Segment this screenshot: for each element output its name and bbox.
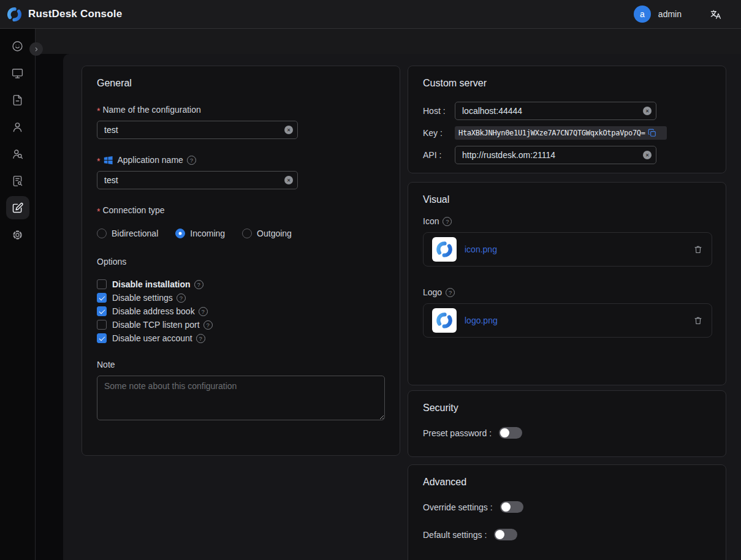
checkbox-box[interactable] bbox=[97, 306, 107, 316]
sidebar-item-groups[interactable] bbox=[0, 140, 36, 167]
general-panel: General * Name of the configuration ✕ * … bbox=[82, 66, 400, 456]
config-name-input-wrap: ✕ bbox=[97, 121, 298, 139]
advanced-title: Advanced bbox=[423, 465, 711, 488]
checkbox-disable-tcp-listen-port[interactable]: Disable TCP listen port ? bbox=[97, 318, 385, 331]
rustdesk-logo-icon bbox=[6, 6, 23, 23]
sidebar-item-address-books[interactable] bbox=[0, 167, 36, 194]
host-input[interactable] bbox=[455, 102, 656, 119]
host-label: Host : bbox=[423, 106, 455, 116]
language-switch-icon[interactable] bbox=[710, 9, 721, 20]
config-name-input[interactable] bbox=[97, 121, 297, 138]
clear-icon[interactable]: ✕ bbox=[284, 176, 293, 184]
general-title: General bbox=[97, 66, 385, 89]
radio-dot[interactable] bbox=[175, 229, 185, 238]
radio-outgoing[interactable]: Outgoing bbox=[242, 229, 292, 238]
help-icon[interactable]: ? bbox=[446, 288, 455, 297]
help-icon[interactable]: ? bbox=[199, 307, 208, 316]
key-label: Key : bbox=[423, 128, 455, 138]
custom-server-title: Custom server bbox=[423, 66, 711, 89]
icon-label: Icon ? bbox=[423, 216, 711, 226]
checkbox-disable-user-account[interactable]: Disable user account ? bbox=[97, 331, 385, 345]
default-settings-label: Default settings : bbox=[423, 530, 487, 540]
override-settings-label: Override settings : bbox=[423, 502, 493, 512]
security-panel: Security Preset password : bbox=[408, 390, 726, 457]
security-title: Security bbox=[423, 391, 711, 414]
clear-icon[interactable]: ✕ bbox=[643, 151, 652, 159]
top-header: RustDesk Console a admin bbox=[0, 0, 741, 29]
sidebar-nav bbox=[0, 29, 36, 560]
checkbox-label: Disable address book bbox=[112, 306, 195, 316]
radio-label: Bidirectional bbox=[112, 229, 158, 238]
user-avatar[interactable]: a bbox=[634, 6, 651, 23]
app-name-input-wrap: ✕ bbox=[97, 171, 298, 189]
required-mark: * bbox=[97, 106, 100, 116]
visual-title: Visual bbox=[423, 183, 711, 205]
radio-dot[interactable] bbox=[97, 229, 107, 238]
icon-file-link[interactable]: icon.png bbox=[465, 244, 497, 254]
override-settings-toggle[interactable] bbox=[500, 501, 523, 513]
checkbox-disable-settings[interactable]: Disable settings ? bbox=[97, 291, 385, 305]
radio-incoming[interactable]: Incoming bbox=[175, 229, 225, 238]
server-key-value: HtaXBkJNHyn0e1U1jWXze7A7CN7QTGWqxkOtpaVp… bbox=[458, 129, 645, 137]
help-icon[interactable]: ? bbox=[203, 320, 213, 330]
host-row: Host : ✕ bbox=[423, 102, 711, 120]
required-mark: * bbox=[97, 206, 100, 216]
advanced-panel: Advanced Override settings : Default set… bbox=[408, 464, 726, 560]
app-title: RustDesk Console bbox=[28, 8, 122, 20]
trash-icon[interactable] bbox=[693, 316, 703, 325]
server-key-chip: HtaXBkJNHyn0e1U1jWXze7A7CN7QTGWqxkOtpaVp… bbox=[455, 126, 667, 140]
key-row: Key : HtaXBkJNHyn0e1U1jWXze7A7CN7QTGWqxk… bbox=[423, 126, 711, 140]
help-icon[interactable]: ? bbox=[443, 217, 452, 226]
radio-bidirectional[interactable]: Bidirectional bbox=[97, 229, 158, 238]
help-icon[interactable]: ? bbox=[194, 280, 203, 289]
clear-icon[interactable]: ✕ bbox=[284, 126, 293, 134]
logo-file-link[interactable]: logo.png bbox=[465, 316, 498, 325]
api-row: API : ✕ bbox=[423, 146, 711, 164]
api-input[interactable] bbox=[455, 146, 656, 164]
app-name-label-text: Application name bbox=[117, 155, 183, 165]
icon-file-item: icon.png bbox=[423, 232, 712, 267]
trash-icon[interactable] bbox=[693, 244, 703, 254]
checkbox-box[interactable] bbox=[97, 320, 107, 330]
sidebar-item-users[interactable] bbox=[0, 113, 36, 140]
sidebar-collapse-button[interactable] bbox=[29, 42, 43, 56]
checkbox-box[interactable] bbox=[97, 293, 107, 303]
sidebar-item-settings[interactable] bbox=[0, 221, 36, 248]
user-name[interactable]: admin bbox=[658, 9, 682, 19]
windows-icon bbox=[104, 156, 113, 165]
logo-file-item: logo.png bbox=[423, 303, 712, 338]
connection-type-label: * Connection type bbox=[97, 205, 385, 215]
copy-icon[interactable] bbox=[648, 129, 656, 137]
checkbox-box[interactable] bbox=[97, 279, 107, 289]
note-textarea[interactable] bbox=[97, 376, 385, 420]
connection-type-radio-group: Bidirectional Incoming Outgoing bbox=[97, 229, 385, 238]
checkbox-disable-address-book[interactable]: Disable address book ? bbox=[97, 305, 385, 318]
checkbox-box[interactable] bbox=[97, 333, 107, 343]
sidebar-item-audit[interactable] bbox=[0, 86, 36, 113]
sidebar-item-devices[interactable] bbox=[0, 59, 36, 86]
checkbox-disable-installation[interactable]: Disable installation ? bbox=[97, 278, 385, 291]
user-icon bbox=[6, 115, 29, 138]
help-icon[interactable]: ? bbox=[177, 293, 186, 303]
default-settings-toggle[interactable] bbox=[494, 529, 517, 540]
rustdesk-console-app: RustDesk Console a admin bbox=[0, 0, 741, 560]
preset-password-toggle[interactable] bbox=[499, 427, 522, 439]
logo-thumbnail bbox=[432, 308, 457, 333]
help-icon[interactable]: ? bbox=[196, 334, 205, 343]
note-label: Note bbox=[97, 360, 385, 369]
document-icon bbox=[6, 88, 29, 112]
sidebar-item-custom-clients[interactable] bbox=[0, 194, 36, 221]
options-label: Options bbox=[97, 257, 385, 267]
app-name-input[interactable] bbox=[97, 172, 297, 189]
clear-icon[interactable]: ✕ bbox=[643, 107, 652, 115]
host-input-wrap: ✕ bbox=[455, 102, 656, 120]
help-icon[interactable]: ? bbox=[187, 156, 196, 165]
default-settings-row: Default settings : bbox=[423, 529, 711, 540]
brand[interactable]: RustDesk Console bbox=[6, 6, 122, 23]
document-search-icon bbox=[6, 169, 29, 192]
visual-panel: Visual Icon ? icon.png Lo bbox=[408, 182, 726, 385]
checkbox-label: Disable user account bbox=[112, 333, 192, 343]
required-mark: * bbox=[97, 156, 100, 166]
preset-password-row: Preset password : bbox=[423, 427, 711, 439]
radio-dot[interactable] bbox=[242, 229, 252, 238]
